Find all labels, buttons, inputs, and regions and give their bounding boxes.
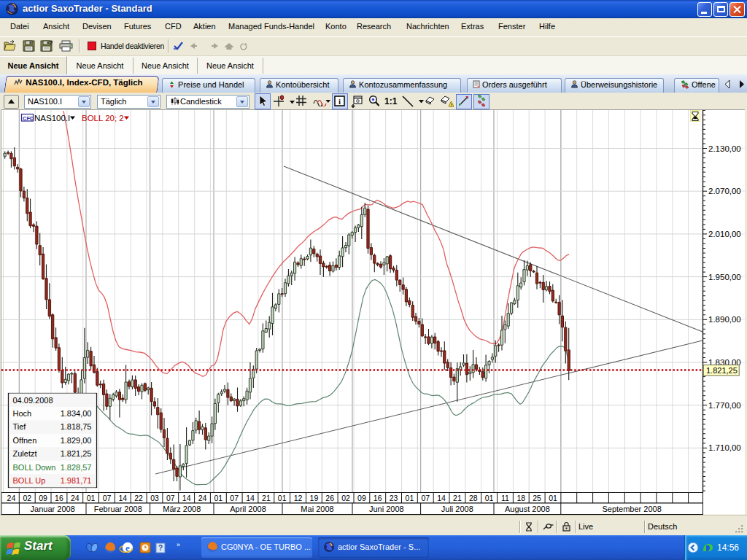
- svg-text:?: ?: [158, 544, 163, 552]
- svg-text:»: »: [177, 541, 180, 548]
